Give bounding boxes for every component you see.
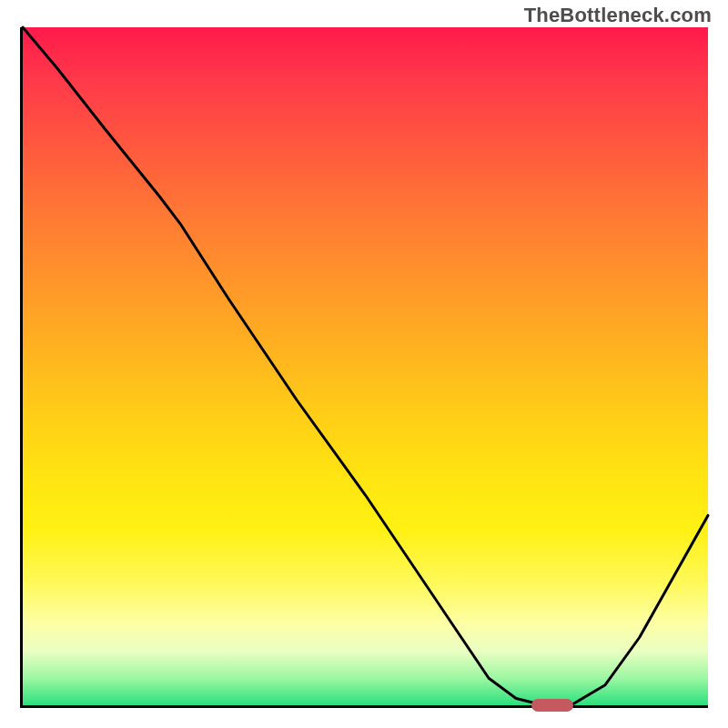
chart-curve [23, 27, 708, 705]
optimal-range-marker [531, 699, 572, 712]
chart-plot-area [20, 27, 708, 708]
watermark-text: TheBottleneck.com [524, 4, 712, 27]
chart-curve-svg [23, 27, 708, 705]
